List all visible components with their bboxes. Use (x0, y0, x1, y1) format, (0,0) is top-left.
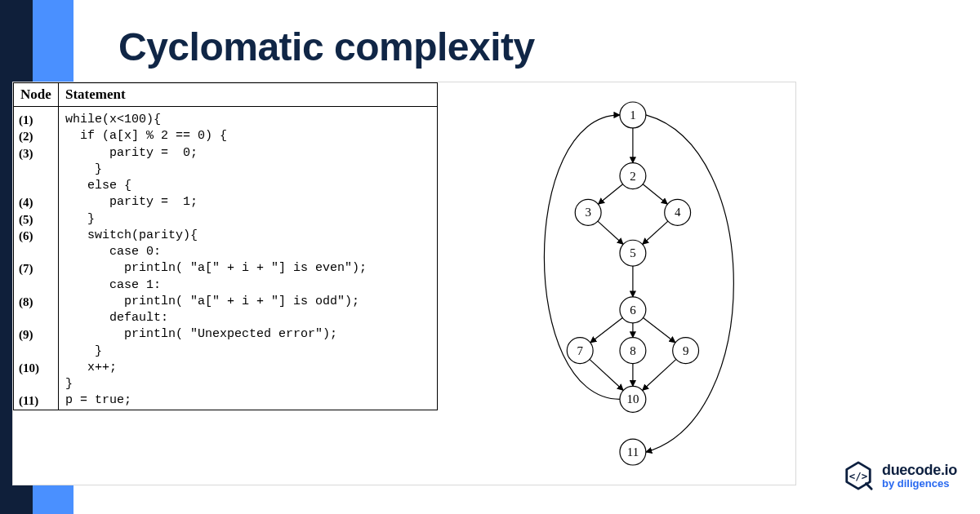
statement: } (59, 376, 438, 392)
table-row: (7) println( "a[" + i + "] is even"); (14, 260, 438, 277)
flow-graph: 1234567891011 (438, 82, 795, 485)
graph-node-label: 10 (626, 392, 639, 405)
statement: default: (59, 310, 438, 326)
graph-edge (643, 184, 667, 205)
table-row: default: (14, 310, 438, 326)
node-id (14, 343, 59, 360)
node-id (14, 178, 59, 194)
content-box: Node Statement (1)while(x<100){(2) if (a… (12, 82, 796, 485)
graph-node-label: 2 (630, 170, 635, 183)
statement: while(x<100){ (59, 107, 438, 129)
statement: if (a[x] % 2 == 0) { (59, 128, 438, 144)
graph-node-label: 5 (630, 246, 635, 259)
table-row: (8) println( "a[" + i + "] is odd"); (14, 294, 438, 310)
graph-node-label: 4 (675, 206, 681, 219)
graph-edge (598, 184, 622, 205)
table-row: (10) x++; (14, 360, 438, 376)
node-id: (2) (14, 128, 59, 144)
table-row: } (14, 162, 438, 178)
node-id (14, 310, 59, 326)
node-id: (1) (14, 107, 59, 129)
statement: parity = 0; (59, 145, 438, 162)
graph-node-label: 1 (630, 109, 635, 122)
table-row: case 0: (14, 244, 438, 260)
graph-edge (643, 359, 676, 390)
table-row: case 1: (14, 277, 438, 294)
statement: println( "Unexpected error"); (59, 326, 438, 343)
node-id: (5) (14, 211, 59, 228)
node-id (14, 277, 59, 294)
statement: switch(parity){ (59, 228, 438, 244)
node-id: (11) (14, 392, 59, 410)
statement: case 0: (59, 244, 438, 260)
statement: parity = 1; (59, 194, 438, 210)
graph-node-label: 9 (683, 344, 688, 357)
graph-edge (644, 318, 675, 343)
code-hex-icon: </> (843, 460, 874, 491)
node-id: (6) (14, 228, 59, 244)
statement: case 1: (59, 277, 438, 294)
graph-node-label: 6 (630, 304, 636, 317)
statement: p = true; (59, 392, 438, 410)
graph-edge (646, 115, 734, 452)
graph-edge (590, 359, 623, 390)
graph-node-label: 3 (585, 206, 590, 219)
node-id (14, 376, 59, 392)
graph-edge (643, 221, 668, 244)
statement: } (59, 211, 438, 228)
brand-text: duecode.io by diligences (882, 463, 957, 490)
table-row: } (14, 343, 438, 360)
table-row: (1)while(x<100){ (14, 107, 438, 129)
table-row: (5) } (14, 211, 438, 228)
statement: println( "a[" + i + "] is odd"); (59, 294, 438, 310)
node-id: (10) (14, 360, 59, 376)
statement: } (59, 343, 438, 360)
statement: x++; (59, 360, 438, 376)
node-id: (8) (14, 294, 59, 310)
node-id (14, 244, 59, 260)
graph-node-label: 7 (577, 344, 583, 357)
node-id (14, 162, 59, 178)
table-row: (2) if (a[x] % 2 == 0) { (14, 128, 438, 144)
table-row: (6) switch(parity){ (14, 228, 438, 244)
statement: else { (59, 178, 438, 194)
table-row: (3) parity = 0; (14, 145, 438, 162)
node-id: (7) (14, 260, 59, 277)
node-id: (4) (14, 194, 59, 210)
brand-name: duecode.io (882, 463, 957, 478)
table-row: } (14, 376, 438, 392)
graph-edge (590, 318, 622, 343)
statement: println( "a[" + i + "] is even"); (59, 260, 438, 277)
graph-node-label: 11 (627, 445, 639, 459)
svg-text:</>: </> (849, 471, 867, 482)
col-header-node: Node (14, 83, 59, 107)
brand-byline: by diligences (882, 478, 957, 490)
table-row: else { (14, 178, 438, 194)
table-row: (11)p = true; (14, 392, 438, 410)
code-table: Node Statement (1)while(x<100){(2) if (a… (13, 82, 438, 485)
table-row: (9) println( "Unexpected error"); (14, 326, 438, 343)
graph-node-label: 8 (630, 344, 635, 357)
brand-logo: </> duecode.io by diligences (843, 460, 957, 491)
graph-edge (598, 221, 623, 244)
statement: } (59, 162, 438, 178)
col-header-stmt: Statement (59, 83, 438, 107)
node-id: (3) (14, 145, 59, 162)
page-title: Cyclomatic complexity (118, 24, 535, 69)
table-row: (4) parity = 1; (14, 194, 438, 210)
node-id: (9) (14, 326, 59, 343)
